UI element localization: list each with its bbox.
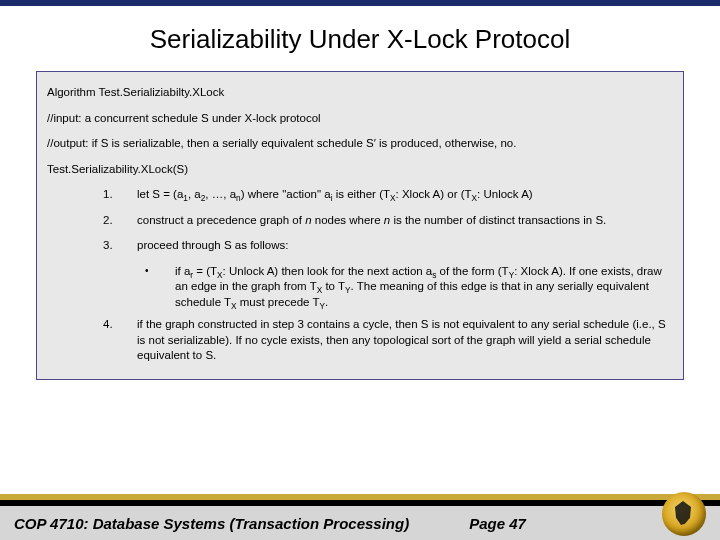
step-body: let S = (a1, a2, …, an) where "action" a… <box>137 187 673 203</box>
step-number: 3. <box>103 238 137 254</box>
step-3-bullet: • if ar = (TX: Unlock A) then look for t… <box>103 259 673 313</box>
step-list: 1. let S = (a1, a2, …, an) where "action… <box>47 182 673 369</box>
step-3: 3. proceed through S as follows: <box>103 233 673 259</box>
step-4: 4. if the graph constructed in step 3 co… <box>103 312 673 369</box>
footer-bar: COP 4710: Database Systems (Transaction … <box>0 506 720 540</box>
input-line: //input: a concurrent schedule S under X… <box>47 106 673 132</box>
footer-page: Page 47 <box>469 515 526 532</box>
step-number: 1. <box>103 187 137 203</box>
slide-title: Serializability Under X-Lock Protocol <box>0 6 720 71</box>
bullet-icon: • <box>145 264 175 311</box>
footer: COP 4710: Database Systems (Transaction … <box>0 494 720 540</box>
step-body: construct a precedence graph of n nodes … <box>137 213 673 229</box>
call-line: Test.Serializability.XLock(S) <box>47 157 673 183</box>
step-2: 2. construct a precedence graph of n nod… <box>103 208 673 234</box>
step-body: if the graph constructed in step 3 conta… <box>137 317 673 364</box>
output-prefix: //output: if S is serializable, then a s… <box>47 137 374 149</box>
step-body: proceed through S as follows: <box>137 238 673 254</box>
algorithm-heading: Algorithm Test.Serializiabilty.XLock <box>47 80 673 106</box>
step-number: 2. <box>103 213 137 229</box>
university-logo-icon <box>662 492 706 536</box>
footer-course: COP 4710: Database Systems (Transaction … <box>14 515 409 532</box>
step-number: 4. <box>103 317 137 364</box>
algorithm-box: Algorithm Test.Serializiabilty.XLock //i… <box>36 71 684 380</box>
step-1: 1. let S = (a1, a2, …, an) where "action… <box>103 182 673 208</box>
output-suffix: is produced, otherwise, no. <box>376 137 517 149</box>
bullet-body: if ar = (TX: Unlock A) then look for the… <box>175 264 673 311</box>
output-line: //output: if S is serializable, then a s… <box>47 131 673 157</box>
